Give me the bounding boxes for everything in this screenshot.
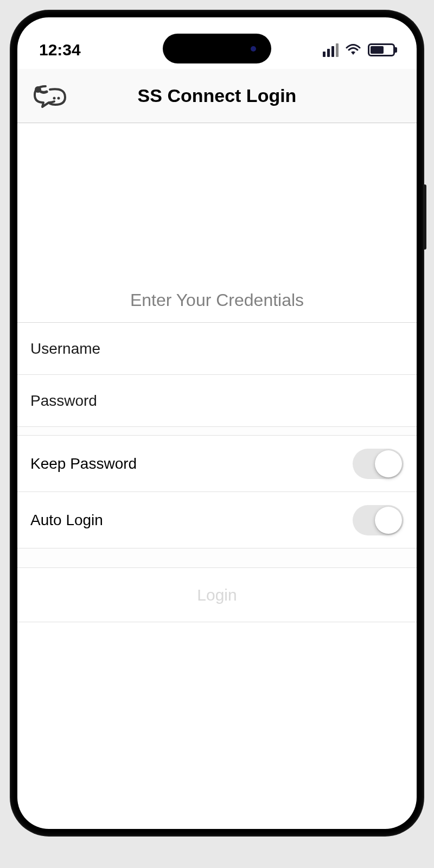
login-button-label: Login	[197, 586, 237, 604]
page-title: SS Connect Login	[138, 85, 297, 106]
keep-password-label: Keep Password	[30, 455, 137, 473]
auto-login-row: Auto Login	[17, 492, 417, 548]
password-row[interactable]	[17, 375, 417, 427]
cellular-signal-icon	[323, 43, 339, 57]
phone-frame: 12:34	[11, 11, 423, 835]
app-logo-icon	[30, 82, 69, 110]
app-header: SS Connect Login	[17, 69, 417, 123]
wifi-icon	[345, 43, 361, 56]
username-field[interactable]	[30, 340, 404, 358]
status-time: 12:34	[39, 41, 81, 59]
section-header: Enter Your Credentials	[17, 280, 417, 323]
status-icons	[323, 43, 395, 57]
keep-password-row: Keep Password	[17, 436, 417, 492]
auto-login-label: Auto Login	[30, 512, 103, 529]
keep-password-toggle[interactable]	[353, 449, 404, 479]
svg-point-2	[58, 97, 60, 99]
password-field[interactable]	[30, 392, 404, 410]
login-button[interactable]: Login	[17, 568, 417, 622]
auto-login-toggle[interactable]	[353, 505, 404, 535]
dynamic-island	[163, 34, 271, 63]
phone-screen: 12:34	[17, 17, 417, 829]
battery-icon	[368, 43, 395, 56]
svg-point-1	[53, 97, 56, 99]
username-row[interactable]	[17, 323, 417, 375]
side-button	[423, 184, 426, 250]
login-form: Enter Your Credentials Keep Password Aut…	[17, 123, 417, 622]
